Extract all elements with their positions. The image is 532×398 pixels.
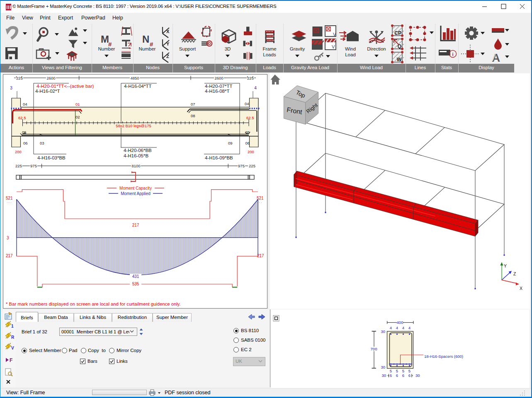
svg-text:06: 06 [245, 141, 250, 145]
svg-text:4: 4 [390, 326, 392, 330]
svg-text:05: 05 [245, 130, 250, 135]
svg-text:4-H16-08*T: 4-H16-08*T [205, 89, 229, 94]
svg-text:4-H16-03*BB: 4-H16-03*BB [37, 155, 66, 160]
svg-text:X: X [520, 286, 522, 291]
svg-text:4: 4 [254, 86, 257, 90]
svg-text:Loads: Loads [263, 52, 276, 57]
svg-text:30: 30 [381, 373, 386, 378]
svg-text:5: 5 [390, 369, 392, 373]
svg-text:975: 975 [30, 164, 37, 168]
svg-text:Moment Applied: Moment Applied [121, 191, 151, 196]
svg-text:3: 3 [10, 86, 12, 90]
svg-text:4-H16-04*TT: 4-H16-04*TT [124, 84, 151, 89]
svg-text:217: 217 [257, 253, 264, 258]
svg-text:5: 5 [396, 369, 398, 373]
svg-text:5: 5 [402, 369, 404, 373]
svg-text:Number: Number [139, 46, 156, 51]
svg-text:W: W [397, 57, 402, 63]
svg-text:4-H20-07*TT: 4-H20-07*TT [205, 84, 232, 89]
svg-text:200: 200 [248, 150, 254, 154]
svg-text:01: 01 [75, 102, 80, 106]
svg-text:30: 30 [415, 373, 420, 378]
svg-text:4850: 4850 [130, 76, 139, 80]
svg-text:X: X [166, 29, 170, 34]
svg-text:4-H20-06*BB: 4-H20-06*BB [124, 148, 152, 153]
svg-text:Y: Y [166, 41, 170, 46]
svg-text:8100: 8100 [131, 164, 140, 168]
svg-text:08: 08 [191, 113, 195, 118]
svg-text:4-H16-05*B: 4-H16-05*B [124, 153, 148, 158]
svg-text:R: R [11, 335, 15, 340]
svg-text:6: 6 [402, 373, 404, 378]
svg-text:Y: Y [504, 263, 507, 268]
svg-text:225: 225 [249, 164, 255, 168]
svg-text:04: 04 [23, 102, 27, 106]
svg-text:06: 06 [23, 141, 28, 145]
svg-text:4-H16-09*BB: 4-H16-09*BB [205, 155, 233, 160]
svg-text:58x2 B10 legs@175: 58x2 B10 legs@175 [116, 123, 151, 128]
svg-text:Support: Support [179, 46, 196, 51]
svg-text:Gravity: Gravity [290, 46, 305, 51]
svg-text:6: 6 [396, 373, 398, 378]
svg-text:2600: 2600 [214, 76, 223, 80]
svg-text:Number: Number [98, 46, 115, 51]
svg-text:225: 225 [247, 76, 254, 80]
svg-text:07: 07 [191, 102, 195, 106]
svg-text:Wind: Wind [345, 46, 356, 51]
svg-text:6: 6 [390, 373, 392, 378]
svg-text:217: 217 [6, 253, 13, 258]
svg-text:700: 700 [371, 347, 377, 351]
svg-text:4-H20-01*TT<--(active bar): 4-H20-01*TT<--(active bar) [36, 84, 94, 89]
svg-text:Direction: Direction [367, 46, 386, 51]
svg-text:V: V [11, 346, 14, 350]
svg-text:. . .: . . . [257, 200, 262, 204]
svg-text:05: 05 [22, 130, 27, 135]
svg-text:2600: 2600 [46, 76, 55, 80]
svg-text:Load: Load [345, 52, 356, 57]
svg-text:V: V [332, 44, 335, 49]
svg-text:09: 09 [228, 141, 233, 145]
svg-text:Moment Capacity: Moment Capacity [119, 186, 152, 191]
svg-text:Z: Z [166, 54, 169, 59]
svg-text:. . .: . . . [7, 200, 11, 204]
svg-text:225: 225 [15, 164, 22, 168]
svg-text:535: 535 [132, 282, 139, 286]
svg-text:03: 03 [40, 141, 44, 145]
svg-text:5: 5 [408, 369, 411, 373]
svg-text:4: 4 [402, 326, 404, 330]
svg-text:30: 30 [381, 329, 385, 334]
svg-text:1: 1 [11, 324, 14, 328]
svg-text:i: i [452, 52, 453, 57]
svg-text:Z: Z [513, 271, 516, 276]
svg-text:400: 400 [397, 320, 403, 325]
svg-text:200: 200 [15, 150, 22, 154]
svg-text:* Bar mark numbers displayed o: * Bar mark numbers displayed on screen a… [6, 302, 181, 306]
svg-text:62.5: 62.5 [18, 116, 26, 120]
svg-text:4-H16-02*T: 4-H16-02*T [35, 89, 60, 94]
svg-text:04: 04 [245, 101, 249, 106]
svg-text:M: M [101, 34, 109, 45]
svg-text:6: 6 [408, 373, 411, 378]
svg-text:N: N [142, 34, 149, 45]
svg-text:30: 30 [381, 365, 385, 369]
svg-text:431: 431 [132, 274, 139, 279]
svg-text:225: 225 [16, 76, 23, 80]
svg-text:3: 3 [7, 236, 9, 240]
svg-text:F: F [10, 357, 12, 363]
svg-text:18-H16-Spacers (600): 18-H16-Spacers (600) [424, 354, 463, 359]
svg-text:4: 4 [408, 326, 411, 330]
svg-text:4: 4 [396, 326, 398, 330]
svg-text:V: V [333, 32, 336, 37]
svg-text:975: 975 [238, 164, 245, 168]
svg-text:02: 02 [75, 115, 80, 119]
svg-text:Frame: Frame [262, 46, 276, 51]
svg-text:3D: 3D [225, 46, 231, 51]
svg-text:CP: CP [394, 30, 401, 36]
svg-text:217: 217 [132, 223, 139, 227]
svg-text:62.5: 62.5 [246, 116, 254, 120]
